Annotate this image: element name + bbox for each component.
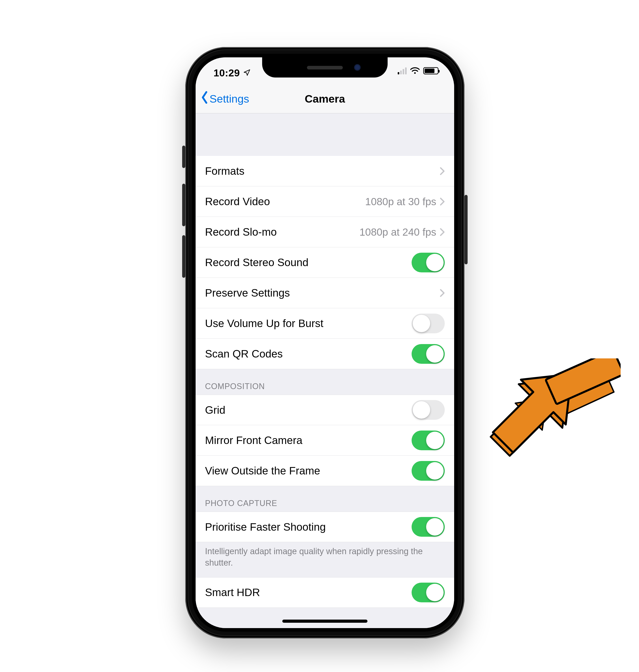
nav-bar: Settings Camera (196, 84, 454, 113)
row-label: Formats (205, 165, 440, 177)
row-label: Preserve Settings (205, 287, 440, 299)
row-grid: Grid (196, 395, 454, 425)
row-value: 1080p at 30 fps (365, 196, 436, 208)
row-preserve-settings[interactable]: Preserve Settings (196, 278, 454, 308)
status-time: 10:29 (214, 67, 240, 79)
row-scan-qr: Scan QR Codes (196, 339, 454, 369)
toggle-scan-qr[interactable] (411, 344, 445, 364)
chevron-left-icon (201, 91, 208, 106)
notch (262, 57, 388, 78)
back-button[interactable]: Settings (201, 84, 249, 113)
page-title: Camera (305, 93, 345, 105)
toggle-volume-burst[interactable] (411, 314, 445, 333)
row-view-outside-frame: View Outside the Frame (196, 456, 454, 486)
row-label: Mirror Front Camera (205, 434, 411, 447)
row-mirror-front-camera: Mirror Front Camera (196, 425, 454, 456)
cellular-signal-icon (398, 67, 407, 74)
location-arrow-icon (243, 67, 251, 79)
section-header (196, 113, 454, 134)
row-label: Record Video (205, 195, 365, 208)
back-label: Settings (209, 93, 249, 105)
phone-bezel: 10:29 (185, 47, 465, 638)
chevron-right-icon (440, 167, 445, 175)
volume-up-button (182, 184, 185, 226)
toggle-record-stereo[interactable] (411, 253, 445, 272)
row-smart-hdr: Smart HDR (196, 577, 454, 608)
chevron-right-icon (440, 289, 445, 297)
battery-icon (423, 67, 438, 74)
row-formats[interactable]: Formats (196, 156, 454, 186)
toggle-prioritise-faster-shooting[interactable] (411, 517, 445, 537)
row-volume-burst: Use Volume Up for Burst (196, 308, 454, 339)
row-record-video[interactable]: Record Video 1080p at 30 fps (196, 186, 454, 217)
svg-point-0 (414, 72, 416, 74)
svg-rect-7 (546, 358, 621, 404)
section-header-photo-capture: PHOTO CAPTURE (196, 486, 454, 512)
row-label: Prioritise Faster Shooting (205, 521, 411, 533)
annotation-arrow-icon (477, 358, 621, 462)
side-button (465, 195, 468, 264)
volume-down-button (182, 235, 185, 278)
row-label: Grid (205, 404, 411, 416)
chevron-right-icon (440, 197, 445, 206)
toggle-view-outside-frame[interactable] (411, 461, 445, 481)
row-label: Scan QR Codes (205, 348, 411, 360)
row-prioritise-faster-shooting: Prioritise Faster Shooting (196, 512, 454, 542)
toggle-smart-hdr[interactable] (411, 583, 445, 602)
row-record-stereo: Record Stereo Sound (196, 247, 454, 278)
wifi-icon (410, 67, 420, 74)
row-label: Record Stereo Sound (205, 256, 411, 269)
mute-switch (182, 145, 185, 168)
row-label: View Outside the Frame (205, 465, 411, 477)
row-record-slomo[interactable]: Record Slo-mo 1080p at 240 fps (196, 217, 454, 247)
settings-list[interactable]: Formats Record Video 1080p at 30 fps (196, 113, 454, 628)
section-header-composition: COMPOSITION (196, 369, 454, 395)
row-label: Record Slo-mo (205, 226, 359, 238)
home-indicator[interactable] (282, 620, 368, 623)
toggle-grid[interactable] (411, 400, 445, 420)
row-label: Smart HDR (205, 586, 411, 598)
row-label: Use Volume Up for Burst (205, 317, 411, 329)
row-value: 1080p at 240 fps (359, 226, 436, 238)
toggle-mirror-front-camera[interactable] (411, 431, 445, 450)
screen: 10:29 (196, 57, 454, 628)
chevron-right-icon (440, 228, 445, 236)
section-footer: Intelligently adapt image quality when r… (196, 542, 454, 573)
